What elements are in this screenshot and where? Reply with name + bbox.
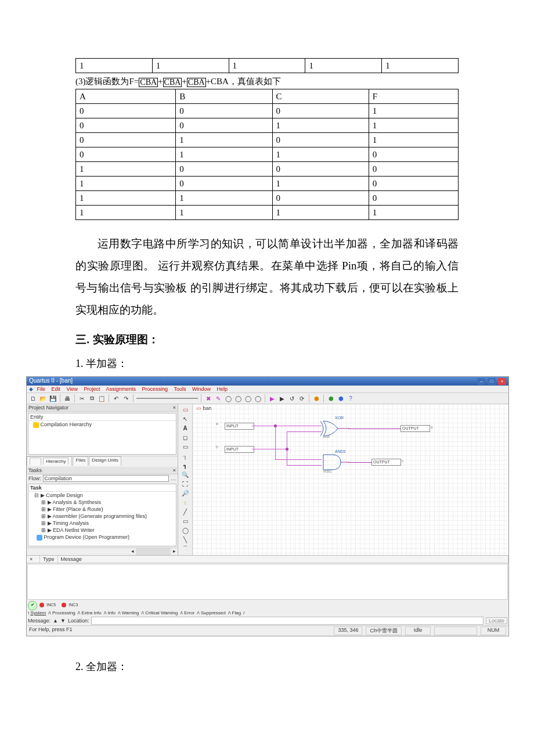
flow-dropdown[interactable]: Compilation	[43, 475, 169, 482]
arc-tool-icon[interactable]: ⌒	[180, 545, 190, 553]
wire-tool-icon[interactable]: ┐	[180, 452, 190, 460]
paste-icon[interactable]: 📋	[98, 394, 106, 402]
tool-icon[interactable]: ◯	[234, 394, 242, 402]
pointer-tool-icon[interactable]: ↖	[180, 415, 190, 423]
panel-close-icon[interactable]: ×	[173, 467, 176, 473]
block-tool-icon[interactable]: ▭	[180, 405, 190, 413]
task-item[interactable]: ⊞ ▶ Analysis & Synthesis	[28, 499, 176, 506]
messages-list[interactable]	[27, 564, 508, 600]
tab-error[interactable]: Error	[184, 610, 194, 615]
help-icon[interactable]: ?	[347, 394, 355, 402]
project-dropdown[interactable]	[136, 398, 198, 399]
scroll-right-icon[interactable]: ▸	[171, 548, 178, 555]
tab-files[interactable]: Files	[73, 456, 88, 466]
tab-flag[interactable]: Flag	[232, 610, 241, 615]
document-tab[interactable]: ▭ ban	[195, 405, 213, 411]
tool-icon[interactable]: ▶	[278, 394, 286, 402]
input-pin-b[interactable]: INPUT	[225, 446, 254, 453]
bus-tool-icon[interactable]: ┓	[180, 461, 190, 469]
tab-processing[interactable]: Processing	[52, 610, 75, 615]
menu-bar[interactable]: ◆ File Edit View Project Assignments Pro…	[27, 386, 508, 393]
tab-system[interactable]: System	[30, 610, 46, 615]
menu-help[interactable]: Help	[217, 386, 228, 392]
menu-window[interactable]: Window	[192, 386, 211, 392]
close-button[interactable]: ×	[498, 378, 506, 385]
instance-label: inst1	[323, 469, 332, 473]
tool-icon[interactable]: ◯	[254, 394, 262, 402]
copy-icon[interactable]: ⧉	[88, 394, 96, 402]
and-gate[interactable]	[320, 453, 349, 471]
tool-icon[interactable]: ✖	[204, 394, 212, 402]
open-icon[interactable]: 📂	[39, 394, 47, 402]
flow-label: Flow:	[28, 476, 41, 481]
tool-icon[interactable]: ◯	[244, 394, 252, 402]
task-item[interactable]: ⊞ ▶ EDA Netlist Writer	[28, 527, 176, 534]
menu-edit[interactable]: Edit	[52, 386, 61, 392]
block-tool-icon[interactable]: ▭	[180, 442, 190, 451]
redo-icon[interactable]: ↷	[122, 394, 130, 402]
locate-button[interactable]: Locate	[486, 617, 507, 624]
tool-icon[interactable]: ⟳	[298, 394, 306, 402]
task-item[interactable]: ⊞ ▶ Assembler (Generate programming file…	[28, 513, 176, 520]
tab-warning[interactable]: Warning	[122, 610, 139, 615]
zoom-tool-icon[interactable]: 🔍	[180, 470, 190, 478]
text-tool-icon[interactable]: A	[180, 424, 190, 432]
scroll-left-icon[interactable]: ◂	[129, 548, 136, 555]
symbol-tool-icon[interactable]: ◻	[180, 433, 190, 441]
menu-assignments[interactable]: Assignments	[106, 386, 136, 392]
menu-processing[interactable]: Processing	[142, 386, 168, 392]
close-icon[interactable]: ×	[27, 556, 40, 563]
tab-design-units[interactable]: Design Units	[89, 456, 121, 466]
nav-up-icon[interactable]: ▲	[53, 618, 58, 624]
message-tabs: ✔ INC5 INC3 \ System /\ Processing /\ Ex…	[27, 600, 508, 616]
tab-hierarchy[interactable]: Hierarchy	[27, 456, 72, 466]
task-item[interactable]: ⊞ ▶ Fitter (Place & Route)	[28, 506, 176, 513]
save-icon[interactable]: 💾	[49, 394, 57, 402]
menu-tools[interactable]: Tools	[174, 386, 186, 392]
find-tool-icon[interactable]: 🔎	[180, 489, 190, 497]
compile-icon[interactable]: ▶	[268, 394, 276, 402]
undo-icon[interactable]: ↶	[112, 394, 120, 402]
rect-tool-icon[interactable]: ▭	[180, 517, 190, 525]
tab-extra-info[interactable]: Extra Info	[81, 610, 101, 615]
menu-file[interactable]: File	[37, 386, 46, 392]
input-pin-a[interactable]: INPUT	[225, 423, 254, 430]
tool-icon[interactable]: ↺	[288, 394, 296, 402]
nav-down-icon[interactable]: ▼	[60, 618, 66, 624]
menu-view[interactable]: View	[67, 386, 78, 392]
task-item[interactable]: Program Device (Open Programmer)	[28, 534, 176, 541]
tab-critical-warning[interactable]: Critical Warning	[145, 610, 178, 615]
tool-icon[interactable]: ↕	[180, 498, 190, 506]
output-pin-c[interactable]: OUTPUT	[371, 459, 401, 466]
full-screen-icon[interactable]: ⛶	[180, 480, 190, 488]
tasks-title: Tasks ×	[27, 467, 178, 474]
quartus-screenshot: Quartus II - [ban] – □ × ◆ File Edit Vie…	[26, 376, 509, 636]
task-item[interactable]: ⊞ ▶ Timing Analysis	[28, 520, 176, 527]
tool-icon[interactable]: ⬢	[337, 394, 345, 402]
tab-info[interactable]: Info	[108, 610, 116, 615]
cut-icon[interactable]: ✂	[78, 394, 86, 402]
maximize-button[interactable]: □	[488, 378, 496, 385]
task-item[interactable]: ⊟ ▶ Compile Design	[28, 492, 176, 499]
location-field[interactable]	[91, 617, 484, 625]
tool-icon[interactable]: ╱	[180, 507, 190, 516]
hierarchy-item[interactable]: Compilation Hierarchy	[28, 421, 176, 429]
new-icon[interactable]: 🗋	[29, 394, 37, 402]
schematic-canvas[interactable]: ▭ ban INPUT a INPUT b	[193, 404, 508, 555]
output-pin-s[interactable]: OUTPUT	[400, 425, 430, 432]
tab-suppressed[interactable]: Suppressed	[201, 610, 226, 615]
window-titlebar[interactable]: Quartus II - [ban] – □ ×	[27, 377, 508, 386]
tool-icon[interactable]: ✎	[214, 394, 222, 402]
line-tool-icon[interactable]: ╲	[180, 535, 190, 543]
logic-formula: (3)逻辑函数为F=CBA+CBA+CBA+CBA，真值表如下	[75, 74, 459, 89]
minimize-button[interactable]: –	[477, 378, 485, 385]
oval-tool-icon[interactable]: ◯	[180, 526, 190, 534]
menu-project[interactable]: Project	[84, 386, 100, 392]
tool-icon[interactable]: ⬢	[327, 394, 335, 402]
panel-close-icon[interactable]: ×	[173, 405, 176, 411]
tool-icon[interactable]: ⬢	[312, 394, 320, 402]
print-icon[interactable]: 🖶	[63, 394, 71, 402]
customize-button[interactable]: …	[171, 476, 176, 481]
filter-button[interactable]: ✔	[28, 601, 37, 610]
tool-icon[interactable]: ◯	[224, 394, 232, 402]
